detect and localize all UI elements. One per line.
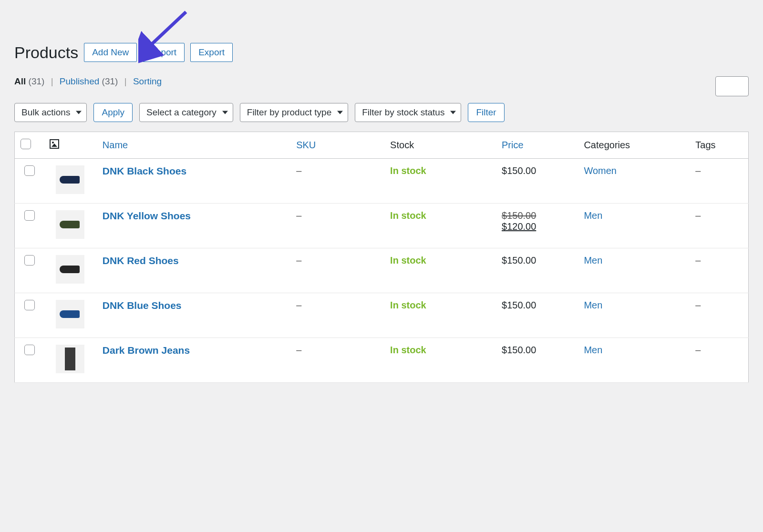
- sku-value: –: [296, 345, 301, 355]
- tags-value: –: [695, 300, 701, 310]
- chevron-down-icon: [450, 111, 456, 114]
- search-row: All (31) | Published (31) | Sorting: [14, 76, 749, 96]
- stock-status: In stock: [390, 165, 426, 176]
- add-new-button[interactable]: Add New: [84, 43, 137, 62]
- tags-value: –: [695, 165, 701, 176]
- product-thumbnail[interactable]: [56, 300, 84, 328]
- category-link[interactable]: Men: [584, 255, 602, 266]
- table-header-row: Name SKU Stock Price Categories Tags: [15, 132, 749, 159]
- category-link[interactable]: Men: [584, 300, 602, 310]
- sku-column[interactable]: SKU: [290, 132, 384, 159]
- row-checkbox[interactable]: [24, 210, 35, 221]
- chevron-down-icon: [76, 111, 82, 114]
- product-name-link[interactable]: Dark Brown Jeans: [103, 345, 190, 356]
- import-button[interactable]: Import: [143, 43, 185, 62]
- product-thumbnail[interactable]: [56, 345, 84, 373]
- tags-value: –: [695, 210, 701, 221]
- product-thumbnail[interactable]: [56, 255, 84, 284]
- select-all-checkbox[interactable]: [21, 139, 31, 149]
- product-name-link[interactable]: DNK Black Shoes: [103, 165, 186, 176]
- stock-status: In stock: [390, 255, 426, 266]
- table-row: DNK Red Shoes–In stock$150.00Men–: [15, 248, 749, 293]
- price-column[interactable]: Price: [496, 132, 578, 159]
- sku-value: –: [296, 300, 301, 310]
- category-link[interactable]: Men: [584, 345, 602, 355]
- sku-value: –: [296, 165, 301, 176]
- stock-status: In stock: [390, 210, 426, 221]
- price-old: $150.00: [502, 210, 572, 221]
- tags-column: Tags: [690, 132, 748, 159]
- row-checkbox[interactable]: [24, 165, 35, 176]
- stock-column: Stock: [384, 132, 496, 159]
- filter-button[interactable]: Filter: [468, 103, 504, 122]
- product-thumbnail[interactable]: [56, 165, 84, 194]
- chevron-down-icon: [337, 111, 343, 114]
- product-type-select[interactable]: Filter by product type: [240, 103, 348, 122]
- filter-sorting[interactable]: Sorting: [133, 76, 162, 86]
- page-title: Products: [14, 43, 78, 62]
- tags-value: –: [695, 345, 701, 355]
- price: $150.00: [502, 255, 536, 266]
- row-checkbox[interactable]: [24, 255, 35, 266]
- row-checkbox[interactable]: [24, 300, 35, 310]
- sku-value: –: [296, 210, 301, 221]
- chevron-down-icon: [222, 111, 228, 114]
- tags-value: –: [695, 255, 701, 266]
- status-filters: All (31) | Published (31) | Sorting: [14, 76, 162, 88]
- stock-status: In stock: [390, 345, 426, 355]
- price: $150.00: [502, 300, 536, 310]
- categories-column: Categories: [578, 132, 690, 159]
- category-link[interactable]: Women: [584, 165, 617, 176]
- sku-value: –: [296, 255, 301, 266]
- search-input[interactable]: [715, 76, 749, 96]
- price-new: $120.00: [502, 221, 572, 232]
- export-button[interactable]: Export: [190, 43, 233, 62]
- filters-row: Bulk actions Apply Select a category Fil…: [14, 103, 749, 122]
- price: $150.00: [502, 165, 536, 176]
- apply-button[interactable]: Apply: [93, 103, 133, 122]
- filter-all-count: (31): [29, 76, 45, 86]
- table-row: DNK Black Shoes–In stock$150.00Women–: [15, 159, 749, 204]
- select-all-column: [15, 132, 44, 159]
- row-checkbox[interactable]: [24, 345, 35, 355]
- category-link[interactable]: Men: [584, 210, 602, 221]
- stock-status: In stock: [390, 300, 426, 310]
- category-select[interactable]: Select a category: [139, 103, 233, 122]
- table-row: DNK Yellow Shoes–In stock$150.00$120.00M…: [15, 204, 749, 248]
- product-name-link[interactable]: DNK Blue Shoes: [103, 300, 182, 311]
- filter-all[interactable]: All: [14, 76, 26, 86]
- filter-published[interactable]: Published: [60, 76, 99, 86]
- product-name-link[interactable]: DNK Red Shoes: [103, 255, 179, 266]
- bulk-actions-select[interactable]: Bulk actions: [14, 103, 87, 122]
- price: $150.00: [502, 345, 536, 355]
- image-icon: [50, 139, 59, 149]
- name-column[interactable]: Name: [97, 132, 290, 159]
- table-row: Dark Brown Jeans–In stock$150.00Men–: [15, 338, 749, 383]
- product-thumbnail[interactable]: [56, 210, 84, 239]
- products-table: Name SKU Stock Price Categories Tags DNK…: [14, 132, 749, 383]
- product-name-link[interactable]: DNK Yellow Shoes: [103, 210, 191, 221]
- image-column: [44, 132, 97, 159]
- page-header: Products Add New Import Export: [14, 43, 749, 62]
- stock-status-select[interactable]: Filter by stock status: [355, 103, 461, 122]
- filter-published-count: (31): [102, 76, 118, 86]
- table-row: DNK Blue Shoes–In stock$150.00Men–: [15, 293, 749, 338]
